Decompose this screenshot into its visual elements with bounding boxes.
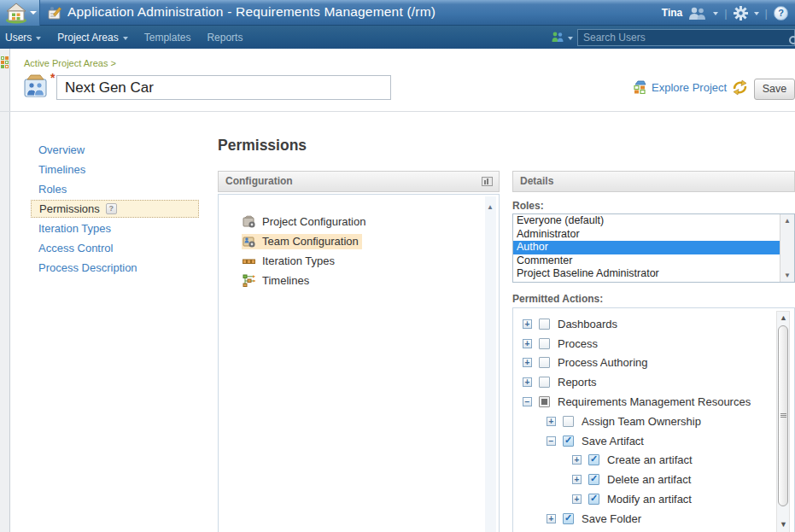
checkbox-assign-team-ownership[interactable] [563,416,574,427]
configuration-scrollbar[interactable] [485,196,496,532]
save-button[interactable]: Save [754,79,795,100]
tree-item-iteration-types[interactable]: Iteration Types [219,251,499,271]
scrollbar-thumb[interactable] [778,325,788,506]
permissions-help-icon[interactable] [106,203,117,214]
expand-icon[interactable] [572,475,582,484]
sidebar-item-iteration-types[interactable]: Iteration Types [24,219,205,238]
checkbox-process-authoring[interactable] [539,357,550,368]
content-divider [0,111,795,112]
project-name-input[interactable] [56,75,391,100]
expand-icon[interactable] [523,339,532,348]
role-option-everyone[interactable]: Everyone (default) [513,214,780,228]
team-configuration-icon [243,235,256,248]
permitted-actions-label: Permitted Actions: [512,293,603,305]
checkbox-delete-an-artifact[interactable] [588,474,599,485]
user-name: Tina [662,7,682,19]
nav-users[interactable]: Users [5,32,41,44]
checkbox-process[interactable] [539,338,550,349]
iteration-types-icon [243,254,256,268]
checkbox-requirements-management-resources[interactable] [539,396,550,407]
search-scope-caret[interactable] [568,37,573,40]
explore-project-link[interactable]: Explore Project [633,80,727,94]
user-menu-caret[interactable] [713,12,718,15]
chevron-down-icon [123,37,128,40]
home-menu-button[interactable] [0,0,40,26]
sidebar: Overview Timelines Roles Permissions Ite… [24,140,205,278]
action-row-dashboards: Dashboards [513,314,794,334]
sidebar-item-process-description[interactable]: Process Description [24,258,205,278]
sidebar-item-roles[interactable]: Roles [24,179,205,199]
collapse-icon[interactable] [523,397,532,406]
roles-scrollbar[interactable] [780,214,794,282]
expand-icon[interactable] [523,377,532,387]
scroll-down-icon[interactable] [784,272,791,279]
refresh-icon[interactable] [732,79,748,96]
left-rail [0,49,9,532]
scroll-down-icon[interactable] [780,520,787,529]
permitted-actions-scrollbar[interactable] [776,311,790,532]
titlebar: Application Administration - Requirement… [0,0,795,26]
breadcrumb[interactable]: Active Project Areas > [24,58,116,68]
page-title: Application Administration - Requirement… [67,4,435,20]
sidebar-item-timelines[interactable]: Timelines [24,160,205,179]
search-input[interactable] [577,29,795,46]
action-row-requirements-management-resources: Requirements Management Resources [513,392,794,412]
expand-icon[interactable] [572,494,582,504]
checkbox-dashboards[interactable] [539,319,550,330]
checkbox-save-folder[interactable] [563,513,574,524]
sidebar-item-permissions[interactable]: Permissions [31,200,199,218]
collapse-icon[interactable] [547,436,556,446]
sidebar-item-overview[interactable]: Overview [24,140,205,160]
project-area-icon [24,74,47,98]
explore-project-icon [633,80,646,94]
action-row-delete-an-artifact: Delete an artifact [513,470,794,489]
user-menu-icon[interactable] [688,7,707,20]
role-option-administrator[interactable]: Administrator [513,228,780,242]
admin-gear-icon[interactable] [734,6,748,20]
required-marker: * [50,71,55,85]
admin-menu-caret[interactable] [754,12,759,15]
scroll-up-icon[interactable] [487,203,494,211]
roles-label: Roles: [512,200,544,212]
checkbox-save-artifact[interactable] [563,436,574,447]
page-section-heading: Permissions [218,137,307,155]
role-option-project-baseline-administrator[interactable]: Project Baseline Administrator [513,267,780,281]
panel-toggle-icon[interactable] [482,177,493,186]
tree-item-timelines[interactable]: Timelines [219,271,499,290]
nav-project-areas[interactable]: Project Areas [57,32,127,44]
toggle-sidebar-icon[interactable] [1,56,9,71]
checkbox-reports[interactable] [539,377,550,388]
details-panel-header: Details [512,171,795,192]
tree-item-team-configuration[interactable]: Team Configuration [219,231,499,251]
sidebar-item-access-control[interactable]: Access Control [24,238,205,258]
separator: | [765,7,768,20]
role-option-commenter[interactable]: Commenter [513,254,780,268]
help-icon[interactable] [774,6,788,20]
configuration-tree: Project Configuration Team Configuration… [218,194,500,532]
expand-icon[interactable] [523,319,532,329]
search-scope-users-icon[interactable] [552,32,564,43]
expand-icon[interactable] [547,514,556,523]
home-icon [4,2,28,24]
checkbox-create-an-artifact[interactable] [588,454,599,465]
home-dropdown-caret [30,11,37,15]
action-row-modify-an-artifact: Modify an artifact [513,489,794,509]
scroll-up-icon[interactable] [780,313,787,322]
scroll-up-icon[interactable] [784,217,791,225]
checkbox-modify-an-artifact[interactable] [588,494,599,505]
nav-reports[interactable]: Reports [207,32,243,44]
expand-icon[interactable] [572,455,582,465]
separator: | [724,7,727,20]
nav-templates[interactable]: Templates [144,32,191,44]
application-administration-icon [48,6,62,20]
tree-item-project-configuration[interactable]: Project Configuration [219,212,499,231]
role-option-author[interactable]: Author [513,241,780,254]
permitted-actions-tree: Dashboards Process Process Authoring Rep… [512,307,795,532]
left-rail-divider [9,49,10,532]
search-icon [789,36,795,44]
expand-icon[interactable] [523,358,532,367]
action-row-assign-team-ownership: Assign Team Ownership [513,412,794,431]
expand-icon[interactable] [547,417,556,426]
configuration-panel-header: Configuration [218,171,500,192]
chevron-down-icon [36,37,41,40]
